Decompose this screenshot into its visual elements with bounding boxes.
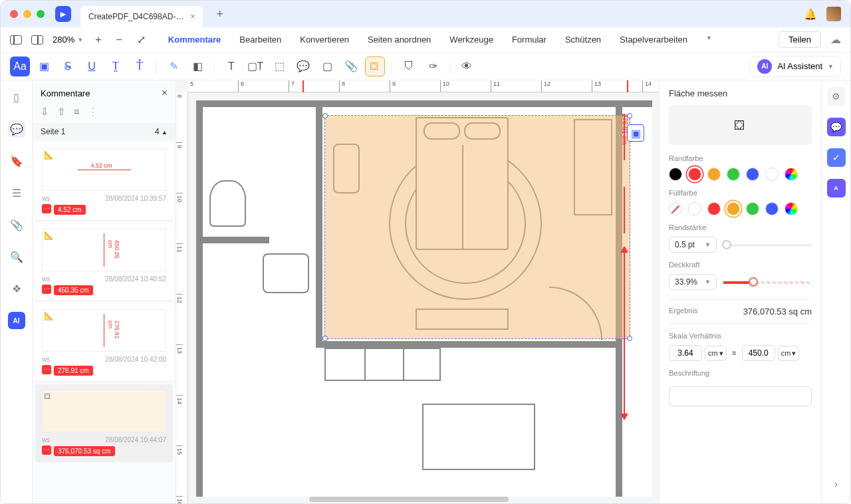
canvas[interactable]: 567891011121314 8910111213141516 [176,80,659,503]
comment-item[interactable]: 📐450.35 cm ws28/08/2024 10:40:52 ⋯450.35… [35,223,173,301]
ai-rail-icon[interactable]: AI [8,312,25,329]
close-tab-icon[interactable]: × [190,12,195,21]
share-button[interactable]: Teilen [779,31,821,48]
attachments-rail-icon[interactable]: 📎 [8,216,25,233]
cloud-upload-icon[interactable]: ☁ [830,33,841,46]
color-swatch-green[interactable] [727,168,740,181]
menu-kommentare[interactable]: Kommentare [168,35,221,45]
search-rail-icon[interactable]: 🔍 [8,248,25,265]
replace-text-tool[interactable]: T̽ [130,57,150,76]
zoom-in-button[interactable]: + [92,34,104,46]
ai-assistant-button[interactable]: AI AI Assistent ▼ [750,56,841,77]
pen-tool[interactable]: ✎ [164,57,183,76]
signature-tool[interactable]: ✑ [423,57,443,76]
panel-title: Fläche messen [669,88,812,98]
notifications-icon[interactable]: 🔔 [804,8,817,21]
text-tool[interactable]: Aa [10,57,30,76]
stroke-width-dropdown[interactable]: 0.5 pt▼ [669,237,717,253]
comments-rail-icon[interactable]: 💬 [8,120,25,138]
measure-tool[interactable]: ⛋ [365,57,385,76]
layers-rail-icon[interactable]: ❖ [8,280,25,297]
close-window[interactable] [10,10,18,18]
add-tab-button[interactable]: + [216,7,223,21]
shape-tool[interactable]: ▢ [317,57,337,76]
maximize-window[interactable] [37,10,45,18]
document-tab[interactable]: CreatePDF_D4C698AD-… × [80,6,203,27]
callout-tool[interactable]: ⬚ [269,57,289,76]
thumbnails-rail-icon[interactable]: ▯ [8,88,25,106]
color-swatch-green[interactable] [746,202,759,215]
opacity-dropdown[interactable]: 33.9%▼ [669,274,717,290]
comment-item[interactable]: 📐4.52 cm ws28/08/2024 10:39:57 ⋯4.52 cm [35,143,173,221]
horizontal-scrollbar[interactable] [309,497,509,502]
color-swatch-blue[interactable] [746,168,759,181]
scale-from-unit-dropdown[interactable]: cm▾ [705,346,727,361]
menu-formular[interactable]: Formular [512,35,547,45]
zoom-out-button[interactable]: − [114,34,125,46]
color-swatch-blue[interactable] [765,202,779,215]
eraser-tool[interactable]: ◧ [187,57,207,76]
menu-seiten-anordnen[interactable]: Seiten anordnen [368,35,431,45]
comment-item[interactable]: 📐276.91 cm ws28/08/2024 10:42:00 ⋯276.91… [35,304,173,382]
text-box-tool[interactable]: ▢T [245,57,265,76]
border-color-label: Randfarbe [669,154,812,162]
sidebar-toggle-icon[interactable] [10,35,22,45]
ai-translate-rail-icon[interactable]: A [827,179,846,197]
import-comments-icon[interactable]: ⇩ [41,106,49,118]
color-swatch-red[interactable] [707,202,721,215]
minimize-window[interactable] [23,10,31,18]
comments-list[interactable]: 📐4.52 cm ws28/08/2024 10:39:57 ⋯4.52 cm … [33,140,176,503]
filter-comments-icon[interactable]: ≡ [74,106,80,118]
attachment-tool[interactable]: 📎 [341,57,361,76]
note-tool[interactable]: 💬 [293,57,313,76]
close-panel-icon[interactable]: × [162,87,168,99]
comment-item-selected[interactable]: ⛋ ws28/08/2024 10:44:07 ⋯376,070.53 sq c… [35,384,173,462]
hide-annotations-tool[interactable]: 👁 [457,57,477,76]
color-swatch-black[interactable] [669,168,682,181]
fields-rail-icon[interactable]: ☰ [8,184,25,201]
bookmarks-rail-icon[interactable]: 🔖 [8,152,25,170]
insert-text-tool[interactable]: T̤ [106,57,126,76]
sort-comments-icon[interactable]: ⋮ [88,106,98,118]
menu-bearbeiten[interactable]: Bearbeiten [239,35,281,45]
menu-werkzeuge[interactable]: Werkzeuge [449,35,493,45]
color-picker-button[interactable] [785,168,798,181]
scale-to-input[interactable] [742,345,775,361]
opacity-slider[interactable] [723,279,812,285]
strikethrough-tool[interactable]: S̶ [58,57,78,76]
color-swatch-orange[interactable] [707,168,721,181]
scale-to-unit-dropdown[interactable]: cm▾ [778,346,800,361]
caption-input[interactable] [669,386,812,406]
tasks-rail-icon[interactable]: ✓ [827,148,846,167]
ai-chat-rail-icon[interactable]: 💬 [827,118,846,136]
stroke-width-slider[interactable] [723,241,812,248]
stamp-tool[interactable]: ⛉ [399,57,419,76]
selection-context-icon[interactable]: ▣ [627,124,644,142]
layout-toggle-icon[interactable] [31,35,43,45]
color-swatch-white[interactable] [688,202,701,215]
collapse-panel-icon[interactable]: › [834,478,838,490]
color-swatch-red[interactable] [688,168,701,181]
color-swatch-orange[interactable] [727,202,740,215]
color-swatch-white[interactable] [765,168,779,181]
menu-schuetzen[interactable]: Schützen [565,35,601,45]
area-selection[interactable] [324,115,630,339]
export-comments-icon[interactable]: ⇧ [57,106,66,118]
scale-from-input[interactable] [669,345,702,361]
color-picker-button[interactable] [785,202,798,215]
menu-stapelverarbeiten[interactable]: Stapelverarbeiten [620,35,687,45]
color-swatch-none[interactable] [669,202,682,215]
zoom-fit-icon[interactable]: ⤢ [134,33,148,46]
resize-handle[interactable] [322,113,328,118]
settings-rail-icon[interactable]: ⚙ [827,87,846,106]
ruler-icon: 📐 [44,231,54,240]
add-text-tool[interactable]: T [221,57,241,76]
menu-konvertieren[interactable]: Konvertieren [300,35,349,45]
highlight-area-tool[interactable]: ▣ [34,57,54,76]
user-avatar[interactable] [826,7,841,21]
chevron-down-icon: ▼ [828,63,834,70]
zoom-dropdown[interactable]: 280% ▼ [53,35,83,45]
resize-handle[interactable] [322,336,328,341]
page-header[interactable]: Seite 1 4 ▲ [33,123,176,140]
underline-tool[interactable]: U [82,57,102,76]
